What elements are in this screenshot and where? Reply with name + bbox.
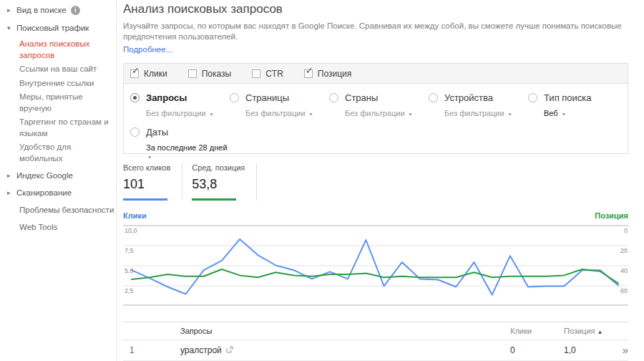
sidebar-item-label[interactable]: Индекс Google — [16, 171, 73, 180]
clicks-cell: 0 — [510, 345, 564, 355]
filter-dropdown-queries[interactable]: Без фильтрации ▾ — [146, 109, 230, 117]
filter-dropdown-search-type[interactable]: Веб ▾ — [544, 109, 628, 117]
chevron-down-icon: ▾ — [210, 111, 213, 117]
checkbox-unchecked-icon[interactable]: ✓ — [252, 69, 260, 78]
left-tick: 10,0 — [125, 227, 137, 234]
dimension-queries: Запросы Без фильтрации ▾ — [130, 92, 230, 117]
filter-panel: ✓ Клики ✓ Показы ✓ CTR ✓ Позиция — [123, 63, 628, 154]
sidebar-item-links-to-site[interactable]: Ссылки на ваш сайт — [19, 64, 112, 75]
radio-icon[interactable] — [429, 93, 438, 102]
left-axis-title: Клики — [123, 211, 147, 220]
chevron-down-icon: ▾ — [509, 111, 512, 117]
chevron-down-icon: ▾ — [562, 111, 565, 117]
dimension-devices: Устройства Без фильтрации ▾ — [429, 92, 528, 117]
sidebar-item-label[interactable]: Сканирование — [16, 188, 72, 197]
table-header-row: Запросы Клики Позиция▲ — [123, 322, 628, 340]
row-number: 1 — [123, 345, 180, 355]
sidebar-item-manual-actions[interactable]: Меры, принятые вручную — [19, 92, 112, 114]
chevron-right-icon[interactable]: ▸ — [7, 171, 16, 179]
filter-dropdown-dates[interactable]: За последние 28 дней ▾ — [146, 143, 232, 160]
line-chart: 10,0 7,5 5,0 2,5 0 20 40 60 — [123, 223, 628, 309]
sidebar: ▸ Вид в поиске i ▾ Поисковый трафик Анал… — [0, 0, 117, 361]
dimension-label: Страны — [345, 92, 378, 103]
right-axis-title: Позиция — [595, 211, 628, 220]
sidebar-item-crawl[interactable]: ▸ Сканирование — [0, 188, 116, 197]
sidebar-item-internal-links[interactable]: Внутренние ссылки — [19, 78, 112, 90]
left-tick: 2,5 — [125, 287, 134, 294]
chevron-down-icon[interactable]: ▾ — [7, 24, 16, 32]
chevron-down-icon: ▾ — [310, 111, 313, 117]
sort-asc-icon: ▲ — [597, 329, 603, 335]
sidebar-item-security-issues[interactable]: Проблемы безопасности — [0, 206, 116, 214]
chevron-right-icon[interactable]: ▸ — [7, 6, 16, 14]
sidebar-item-targeting[interactable]: Таргетинг по странам и языкам — [19, 117, 112, 139]
filter-dropdown-devices[interactable]: Без фильтрации ▾ — [444, 109, 528, 117]
right-tick: 0 — [624, 227, 628, 234]
chart-header: Клики Позиция — [123, 211, 628, 220]
radio-pages[interactable]: Страницы — [230, 92, 329, 103]
metric-checkbox-position[interactable]: ✓ Позиция — [304, 69, 351, 79]
dimension-countries: Страны Без фильтрации ▾ — [329, 92, 429, 117]
filter-dropdown-countries[interactable]: Без фильтрации ▾ — [345, 109, 429, 117]
dimension-search-type: Тип поиска Веб ▾ — [528, 92, 628, 117]
dimension-dates: Даты За последние 28 дней ▾ — [130, 127, 232, 160]
table-row: 1 уралстрой 0 1,0 » — [123, 340, 628, 361]
metric-checkbox-clicks[interactable]: ✓ Клики — [130, 69, 167, 79]
checkbox-checked-icon[interactable]: ✓ — [304, 69, 313, 78]
position-color-bar — [192, 198, 236, 201]
radio-icon[interactable] — [230, 93, 239, 102]
sidebar-item-label[interactable]: Вид в поиске — [16, 6, 67, 14]
right-tick: 60 — [620, 287, 628, 294]
radio-devices[interactable]: Устройства — [429, 92, 528, 103]
expand-row-icon[interactable]: » — [608, 347, 628, 354]
sidebar-subsection: Анализ поисковых запросов Ссылки на ваш … — [0, 39, 114, 164]
checkbox-unchecked-icon[interactable]: ✓ — [188, 69, 197, 78]
left-tick: 5,0 — [125, 267, 134, 274]
metric-label: Клики — [144, 69, 167, 79]
table-header-position[interactable]: Позиция▲ — [564, 327, 608, 335]
radio-icon[interactable] — [329, 93, 338, 102]
filter-dropdown-pages[interactable]: Без фильтрации ▾ — [245, 109, 329, 117]
left-tick: 7,5 — [125, 247, 134, 254]
total-label: Сред. позиция — [192, 163, 245, 172]
sidebar-item-web-tools[interactable]: Web Tools — [0, 223, 116, 231]
radio-icon[interactable] — [528, 93, 537, 102]
right-tick: 40 — [620, 267, 628, 274]
avg-position-card: Сред. позиция 53,8 — [192, 163, 257, 201]
sidebar-item-label[interactable]: Поисковый трафик — [16, 24, 89, 32]
table-header-clicks[interactable]: Клики — [510, 327, 564, 335]
radio-queries[interactable]: Запросы — [130, 92, 230, 103]
dimension-label: Тип поиска — [544, 92, 592, 103]
table-header-query[interactable]: Запросы — [180, 327, 510, 335]
metric-checkbox-ctr[interactable]: ✓ CTR — [252, 69, 283, 79]
metric-label: Позиция — [318, 69, 351, 79]
sidebar-item-search-traffic[interactable]: ▾ Поисковый трафик — [0, 24, 116, 32]
learn-more-link[interactable]: Подробнее... — [123, 45, 172, 54]
radio-search-type[interactable]: Тип поиска — [528, 92, 628, 103]
radio-countries[interactable]: Страны — [329, 92, 429, 103]
chevron-right-icon[interactable]: ▸ — [7, 188, 16, 196]
radio-selected-icon[interactable] — [130, 93, 140, 102]
queries-table: Запросы Клики Позиция▲ 1 уралстрой 0 1,0… — [123, 322, 628, 361]
external-link-icon[interactable] — [226, 345, 233, 355]
query-text[interactable]: уралстрой — [180, 345, 222, 355]
total-label: Всего кликов — [123, 163, 170, 172]
total-value: 101 — [123, 177, 170, 192]
right-tick: 20 — [620, 247, 628, 254]
metrics-bar: ✓ Клики ✓ Показы ✓ CTR ✓ Позиция — [124, 64, 628, 84]
total-value: 53,8 — [192, 177, 245, 192]
dimension-label: Запросы — [146, 92, 187, 103]
radio-dates[interactable]: Даты — [130, 127, 232, 138]
info-icon[interactable]: i — [71, 6, 80, 15]
dimension-label: Устройства — [444, 92, 493, 103]
dimension-label: Даты — [146, 127, 168, 138]
sidebar-item-mobile-usability[interactable]: Удобство для мобильных — [19, 142, 112, 164]
radio-icon[interactable] — [130, 127, 140, 137]
sidebar-item-search-analytics[interactable]: Анализ поисковых запросов — [19, 39, 112, 61]
metric-checkbox-impressions[interactable]: ✓ Показы — [188, 69, 231, 79]
sidebar-item-search-appearance[interactable]: ▸ Вид в поиске i — [0, 6, 116, 15]
chart-canvas — [123, 223, 628, 309]
totals: Всего кликов 101 Сред. позиция 53,8 — [123, 163, 628, 201]
checkbox-checked-icon[interactable]: ✓ — [130, 69, 139, 78]
sidebar-item-google-index[interactable]: ▸ Индекс Google — [0, 171, 116, 180]
